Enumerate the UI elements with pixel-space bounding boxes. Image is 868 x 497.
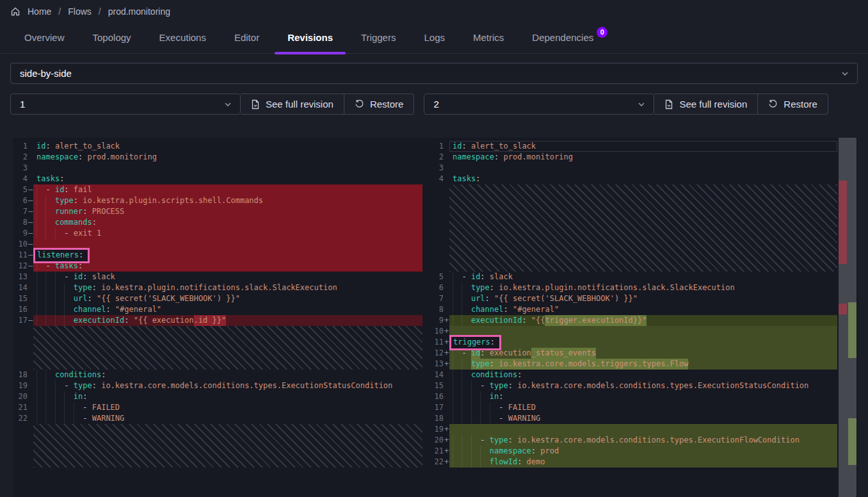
breadcrumb-item-flows[interactable]: Flows [68, 6, 92, 17]
see-full-revision-left-button[interactable]: See full revision [241, 94, 344, 115]
dependencies-count-badge: 0 [597, 27, 607, 38]
code-line-content[interactable]: triggers: [449, 337, 837, 348]
code-line-content[interactable]: tasks: [449, 174, 837, 184]
diff-sign [444, 380, 449, 391]
code-line-content[interactable]: - id: slack [33, 272, 422, 282]
see-full-revision-right-button[interactable]: See full revision [654, 94, 758, 115]
code-line-content[interactable]: - FAILED [449, 402, 837, 413]
restore-icon [355, 99, 364, 109]
code-line-content[interactable] [449, 163, 837, 174]
code-line-content[interactable]: namespace: prod.monitoring [33, 152, 422, 163]
tab-logs[interactable]: Logs [410, 32, 459, 53]
code-line-content[interactable]: in: [33, 391, 422, 402]
breadcrumb-item-home[interactable]: Home [28, 6, 51, 17]
code-line-content[interactable]: conditions: [33, 370, 422, 380]
code-text: - FAILED [36, 403, 120, 412]
revision-right-actions: See full revision Restore [654, 94, 828, 115]
code-line-content[interactable]: url: "{{ secret('SLACK_WEBHOOK') }}" [33, 293, 422, 304]
code-text: - FAILED [453, 403, 536, 412]
revision-select-right[interactable]: 2 [424, 94, 654, 115]
code-line-content[interactable]: listeners: [33, 250, 422, 261]
tab-topology[interactable]: Topology [79, 32, 145, 53]
tab-label: Executions [159, 32, 206, 43]
tab-label: Triggers [361, 32, 396, 43]
diff-line: 21 - FAILED [13, 402, 422, 413]
code-line-content[interactable]: flowId: demo [449, 457, 837, 468]
code-line-content[interactable]: namespace: prod [449, 446, 837, 457]
tab-overview[interactable]: Overview [10, 32, 79, 53]
diff-line: 7– runner: PROCESS [13, 206, 422, 217]
code-line-content[interactable]: - type: io.kestra.core.models.conditions… [33, 380, 422, 391]
diff-sign [444, 402, 449, 413]
code-line-content[interactable]: - id: slack [449, 272, 837, 282]
line-number: 5 [424, 272, 444, 282]
restore-right-button[interactable]: Restore [758, 94, 828, 115]
code-line-content[interactable]: id: alert_to_slack [449, 141, 837, 152]
code-line-content[interactable]: in: [449, 391, 837, 402]
code-line-content[interactable]: id: alert_to_slack [33, 141, 422, 152]
diff-panel-left[interactable]: 1id: alert_to_slack2namespace: prod.moni… [13, 138, 422, 497]
line-number: 17 [424, 402, 444, 413]
tab-revisions[interactable]: Revisions [273, 32, 347, 53]
diff-mode-select[interactable]: side-by-side [10, 63, 858, 84]
revision-select-left[interactable]: 1 [10, 94, 241, 115]
code-line-content[interactable]: - WARNING [449, 413, 837, 424]
code-text: - type: io.kestra.core.models.conditions… [453, 381, 808, 390]
diff-sign [28, 304, 33, 315]
code-line-content[interactable] [449, 424, 837, 435]
code-line-content[interactable]: runner: PROCESS [33, 206, 422, 217]
code-line-content[interactable]: - tasks: [33, 261, 422, 272]
code-line-content[interactable]: - id: execution_status_events [449, 348, 837, 359]
tab-editor[interactable]: Editor [220, 32, 273, 53]
tab-triggers[interactable]: Triggers [347, 32, 410, 53]
code-line-content[interactable]: type: io.kestra.plugin.notifications.sla… [449, 282, 837, 293]
diff-panel-right[interactable]: 1id: alert_to_slack2namespace: prod.moni… [422, 138, 858, 497]
code-text: executionId: "{{ execution.id }}" [36, 316, 226, 325]
diff-sign [444, 163, 449, 174]
code-line-content[interactable] [33, 239, 422, 250]
overview-ruler-scrollbar[interactable] [839, 138, 856, 497]
code-line-content[interactable]: executionId: "{{trigger.executionId}}" [449, 315, 837, 326]
code-line-content[interactable]: commands: [33, 217, 422, 228]
code-line-content[interactable]: namespace: prod.monitoring [449, 152, 837, 163]
code-text: type: io.kestra.plugin.notifications.sla… [453, 283, 735, 292]
code-line-content[interactable]: - id: fail [33, 184, 422, 195]
restore-left-button[interactable]: Restore [344, 94, 415, 115]
diff-sign [444, 413, 449, 424]
diff-line: 20 in: [13, 391, 422, 402]
code-line-content[interactable] [449, 326, 837, 337]
code-line-content[interactable]: - WARNING [33, 413, 422, 424]
line-number: 21 [424, 446, 444, 457]
code-text: - id: slack [36, 272, 115, 281]
diff-line: 14 conditions: [422, 370, 858, 380]
code-line-content[interactable]: - type: io.kestra.core.models.conditions… [449, 380, 837, 391]
code-line-content[interactable]: type: io.kestra.core.models.triggers.typ… [449, 359, 837, 370]
code-text: executionId: "{{trigger.executionId}}" [453, 316, 647, 325]
tab-executions[interactable]: Executions [145, 32, 220, 53]
code-line-content[interactable]: channel: "#general" [33, 304, 422, 315]
diff-line: 11–listeners: [13, 250, 422, 261]
code-line-content[interactable]: conditions: [449, 370, 837, 380]
diff-sign: + [444, 326, 449, 337]
code-line-content[interactable]: tasks: [33, 174, 422, 184]
code-line-content[interactable]: channel: "#general" [449, 304, 837, 315]
code-line-content[interactable]: - exit 1 [33, 228, 422, 239]
code-line-content[interactable]: - FAILED [33, 402, 422, 413]
tab-metrics[interactable]: Metrics [459, 32, 518, 53]
code-line-content[interactable]: - type: io.kestra.core.models.conditions… [449, 435, 837, 446]
code-line-content[interactable]: type: io.kestra.plugin.notifications.sla… [33, 282, 422, 293]
diff-sign [28, 141, 33, 152]
line-number: 7 [14, 206, 28, 217]
home-icon[interactable] [10, 6, 20, 17]
diff-line: 2namespace: prod.monitoring [422, 152, 858, 163]
diff-line: 5– - id: fail [13, 184, 422, 195]
code-text: flowId: demo [453, 457, 545, 466]
code-line-content[interactable]: url: "{{ secret('SLACK_WEBHOOK') }}" [449, 293, 837, 304]
code-text: namespace: prod [453, 446, 559, 455]
code-line-content[interactable]: executionId: "{{ execution.id }}" [33, 315, 422, 326]
code-line-content[interactable]: type: io.kestra.plugin.scripts.shell.Com… [33, 195, 422, 206]
tab-dependencies[interactable]: Dependencies0 [518, 32, 622, 53]
tab-label: Dependencies [532, 32, 593, 43]
line-number: 6 [424, 282, 444, 293]
code-line-content[interactable] [33, 163, 422, 174]
